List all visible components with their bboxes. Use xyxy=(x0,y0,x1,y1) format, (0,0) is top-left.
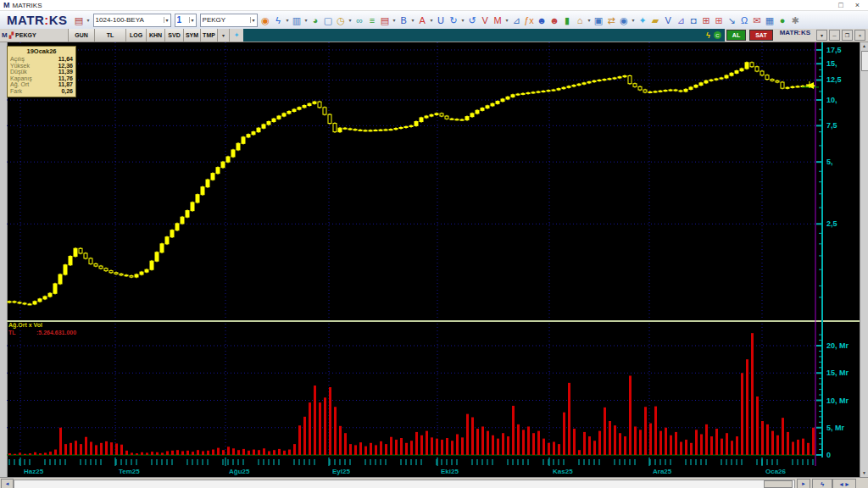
analysis-icon[interactable]: A xyxy=(416,14,429,27)
close-window-icon[interactable]: × xyxy=(855,1,860,9)
market-depth-icon[interactable]: ≡ xyxy=(366,14,379,27)
pie-chart-icon[interactable]: ◕ xyxy=(309,14,322,27)
matriks-m-icon[interactable]: M xyxy=(492,14,504,27)
titlebar-button-svd[interactable]: SVD xyxy=(165,29,184,42)
screen-record-icon[interactable]: ◘ xyxy=(687,14,700,27)
contacts-icon[interactable]: ☻ xyxy=(548,14,561,27)
titlebar-button-gun[interactable]: GUN xyxy=(69,29,95,42)
refresh-alt-icon[interactable]: ↺ xyxy=(466,14,479,27)
scroll-up-icon[interactable]: ▲ xyxy=(860,42,868,50)
profile-icon[interactable]: ☻ xyxy=(536,14,548,27)
titlebar-button-log[interactable]: LOG xyxy=(126,29,147,42)
chart-canvas[interactable]: 17,515,12,510,7,55,2,520, Mr15, Mr10, Mr… xyxy=(7,42,860,477)
settings-icon[interactable]: ✱ xyxy=(789,14,802,27)
chat-icon[interactable]: ● xyxy=(776,14,789,27)
clock-icon[interactable]: ◷ xyxy=(335,14,348,27)
bonds-icon-caret[interactable]: ▾ xyxy=(410,17,416,23)
chart-pin-caret-icon[interactable]: ▾ xyxy=(816,30,827,41)
zoom-icon[interactable]: ◉ xyxy=(259,14,272,27)
refresh-icon[interactable]: ↻ xyxy=(448,14,460,27)
sell-button[interactable]: SAT xyxy=(749,30,772,41)
svg-text:17,5: 17,5 xyxy=(826,46,842,54)
horizontal-scrollbar[interactable]: ◄ ► ϟ ◄► xyxy=(0,477,868,488)
page-select[interactable]: 1▾ xyxy=(175,14,197,27)
os-titlebar: M MATRIKS □ × xyxy=(0,0,868,11)
save-icon[interactable]: ▤ xyxy=(73,14,86,27)
chart-m-icon[interactable]: M xyxy=(2,31,8,39)
refresh-data-icon[interactable]: ϟ xyxy=(812,479,832,488)
info-date: 19Ocak26 xyxy=(10,47,73,55)
portfolio-icon[interactable]: ▮ xyxy=(561,14,574,27)
lightning-icon-caret[interactable]: ▾ xyxy=(285,17,291,23)
scroll-right-icon[interactable]: ► xyxy=(797,479,810,488)
scroll-left-icon[interactable]: ◄ xyxy=(1,479,14,488)
screener-icon[interactable]: ◉ xyxy=(618,14,631,27)
chart-line-icon[interactable]: ⊿ xyxy=(510,14,523,27)
quick-trade-lightning-icon[interactable]: ϟ xyxy=(706,31,710,40)
titlebar-button-sym[interactable]: SYM xyxy=(184,29,201,42)
funds-icon[interactable]: U xyxy=(435,14,448,27)
news-icon[interactable]: ▤ xyxy=(379,14,392,27)
svg-text:12,5: 12,5 xyxy=(826,75,842,84)
vertical-scroll-thumb[interactable] xyxy=(861,51,868,71)
twitter-icon[interactable]: ✦ xyxy=(637,14,649,27)
screener-icon-caret[interactable]: ▾ xyxy=(631,17,637,23)
refresh-icon-caret[interactable]: ▾ xyxy=(460,17,466,23)
horizontal-scroll-track[interactable] xyxy=(14,480,795,488)
v-icon[interactable]: V xyxy=(662,14,675,27)
chart-compare-icon[interactable]: ▞ xyxy=(9,32,14,39)
app-logo-m-icon: M xyxy=(3,1,10,9)
calculator-icon[interactable]: ▦ xyxy=(764,14,776,27)
chart-icon-caret[interactable]: ▾ xyxy=(303,17,309,23)
titlebar-button-tl[interactable]: TL xyxy=(95,29,126,42)
titlebar-button-khn[interactable]: KHN xyxy=(147,29,165,42)
restore-window-icon[interactable]: □ xyxy=(838,1,843,9)
handshake-icon[interactable]: ∞ xyxy=(353,14,366,27)
chart-twitter-icon[interactable]: ✦ xyxy=(230,29,243,42)
chart-restore-icon[interactable]: ❐ xyxy=(842,30,853,41)
pointer-icon[interactable]: ↘ xyxy=(726,14,738,27)
titlebar-button-tmp[interactable]: TMP xyxy=(201,29,218,42)
formula-icon[interactable]: ƒx xyxy=(523,14,536,27)
horizontal-scroll-thumb[interactable] xyxy=(764,480,793,488)
bonds-icon[interactable]: B xyxy=(398,14,410,27)
documents-icon[interactable]: ▣ xyxy=(593,14,605,27)
drawing-tools-icon[interactable]: ⊿ xyxy=(675,14,687,27)
exchange-icon[interactable]: ⇄ xyxy=(605,14,618,27)
clock-icon-caret[interactable]: ▾ xyxy=(348,17,353,23)
toolbar-icon-strip: ▤▾1024-100-BEYA▾1▾PEKGY▾◉ϟ▾▥▾◕▢◷▾∞≡▤▾B▾A… xyxy=(73,14,802,27)
chart-icon[interactable]: ▥ xyxy=(291,14,303,27)
matriks-terminal: { "os_titlebar": { "app_name": "MATRIKS"… xyxy=(0,0,868,488)
alarm-icon[interactable]: Ω xyxy=(738,14,751,27)
volume-bars xyxy=(8,333,815,455)
vertical-scrollbar[interactable]: ▲ ▼ xyxy=(860,42,868,477)
folder-icon[interactable]: ▰ xyxy=(649,14,662,27)
chart-symbol-label[interactable]: PEKGY xyxy=(15,32,36,38)
company-icon-caret[interactable]: ▾ xyxy=(587,17,593,23)
symbol-select[interactable]: PEKGY▾ xyxy=(200,14,258,27)
analysis-icon-caret[interactable]: ▾ xyxy=(429,17,435,23)
window-alt-icon[interactable]: ⊞ xyxy=(713,14,726,27)
scroll-down-icon[interactable]: ▼ xyxy=(860,469,868,477)
mail-icon[interactable]: ✉ xyxy=(751,14,764,27)
news-icon-caret[interactable]: ▾ xyxy=(392,17,398,23)
viop-icon[interactable]: V xyxy=(479,14,492,27)
app-title: MATRIKS xyxy=(13,2,42,9)
svg-text:7,5: 7,5 xyxy=(826,121,837,130)
workspace-select[interactable]: 1024-100-BEYA▾ xyxy=(93,14,171,27)
company-icon[interactable]: ⌂ xyxy=(574,14,587,27)
lightning-icon[interactable]: ϟ xyxy=(272,14,285,27)
chart-close-icon[interactable]: × xyxy=(854,30,865,41)
svg-text:10, Mr: 10, Mr xyxy=(826,396,849,405)
condition-c-icon[interactable]: C xyxy=(714,31,721,39)
buy-button[interactable]: AL xyxy=(726,30,746,41)
chart-minimize-icon[interactable]: ─ xyxy=(829,30,840,41)
save-icon-caret[interactable]: ▾ xyxy=(86,17,92,23)
page-nav-arrows-icon[interactable]: ◄► xyxy=(832,479,856,488)
info-row: Düşük11,39 xyxy=(10,69,73,75)
info-row: Açılış11,64 xyxy=(10,56,73,63)
matriks-m-icon-caret[interactable]: ▾ xyxy=(504,17,510,23)
window-icon[interactable]: ⊞ xyxy=(700,14,713,27)
chart-options-caret-icon[interactable]: ▾ xyxy=(218,29,230,42)
monitor-icon[interactable]: ▢ xyxy=(322,14,335,27)
